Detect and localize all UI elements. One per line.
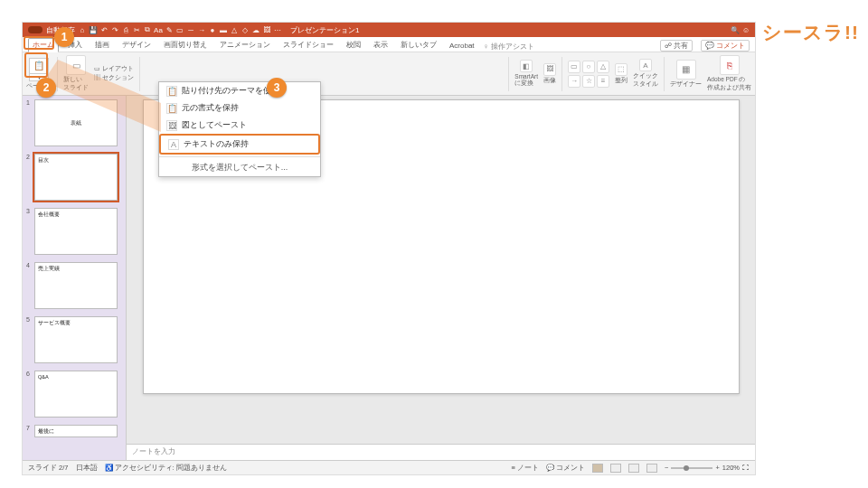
- thumb-2[interactable]: 目次: [34, 154, 118, 201]
- image-button[interactable]: 🖼 画像: [543, 63, 556, 85]
- badge-1: 1: [54, 27, 74, 47]
- brush-icon[interactable]: ✎: [165, 26, 173, 33]
- zoom-control[interactable]: − + 120% ⛶: [665, 464, 750, 472]
- copy-icon[interactable]: ⧉: [144, 26, 151, 33]
- ribbon-tabs: ホーム 挿入 描画 デザイン 画面切り替え アニメーション スライドショー 校閲…: [23, 37, 755, 52]
- smile-icon[interactable]: ☺: [742, 26, 750, 33]
- slide-indicator: スライド 2/7: [28, 464, 69, 473]
- clipboard-icon: 📋: [166, 86, 177, 97]
- reading-view-icon[interactable]: [628, 464, 639, 473]
- zoom-level[interactable]: 120%: [722, 464, 740, 472]
- arrange-button[interactable]: ⬚ 整列: [615, 63, 627, 85]
- thumb-num: 4: [26, 262, 32, 309]
- notes-pane[interactable]: ノートを入力: [127, 444, 755, 460]
- zoom-in-icon[interactable]: +: [715, 464, 719, 472]
- newslide-icon: ▭: [66, 55, 86, 75]
- tab-transition[interactable]: 画面切り替え: [160, 39, 211, 52]
- paste-use-dest-theme[interactable]: 📋貼り付け先のテーマを使用: [159, 82, 320, 99]
- adobe-icon: ⎘: [720, 55, 740, 75]
- paste-special[interactable]: 形式を選択してペースト...: [159, 159, 320, 176]
- autosave-toggle[interactable]: [28, 26, 42, 33]
- slide-thumbnails: 1表紙 2目次 3会社概要 4売上実績 5サービス概要 6Q&A 7最後に: [23, 96, 127, 460]
- line-icon[interactable]: ─: [187, 26, 194, 33]
- thumb-num: 5: [26, 316, 32, 363]
- tab-acrobat[interactable]: Acrobat: [446, 41, 478, 52]
- cut-icon[interactable]: ✂: [133, 26, 140, 33]
- slideshow-view-icon[interactable]: [646, 464, 657, 473]
- circle-icon[interactable]: ●: [209, 26, 216, 33]
- paste-keep-source[interactable]: 📋元の書式を保持: [159, 99, 320, 117]
- arrange-icon: ⬚: [615, 63, 627, 76]
- tell-me[interactable]: ♀ 操作アシスト: [484, 42, 534, 52]
- tab-animation[interactable]: アニメーション: [216, 39, 274, 52]
- home-icon[interactable]: ⌂: [79, 26, 86, 33]
- search-icon[interactable]: 🔍: [731, 26, 739, 33]
- sorter-view-icon[interactable]: [610, 464, 621, 473]
- tri-icon[interactable]: △: [231, 26, 238, 33]
- thumb-1[interactable]: 表紙: [34, 99, 118, 146]
- thumb-7[interactable]: 最後に: [34, 425, 118, 437]
- more-icon[interactable]: ⋯: [274, 26, 281, 33]
- newslide-label: 新しい スライド: [63, 76, 89, 92]
- arrow-icon[interactable]: →: [198, 26, 205, 33]
- quickstyle-icon: A: [639, 59, 652, 71]
- share-button[interactable]: ☍ 共有: [660, 40, 693, 52]
- smartart-button[interactable]: ◧ SmartArt に変換: [514, 60, 538, 88]
- thumb-4[interactable]: 売上実績: [34, 262, 118, 309]
- dia-icon[interactable]: ◇: [241, 26, 249, 33]
- thumb-num: 1: [26, 99, 32, 146]
- brand-logo: シースラ!!: [762, 20, 859, 45]
- tab-view[interactable]: 表示: [370, 39, 392, 52]
- pic-icon[interactable]: 🖼: [263, 26, 270, 33]
- fmt-icon[interactable]: Aa: [155, 26, 162, 33]
- tab-review[interactable]: 校閲: [343, 39, 364, 52]
- thumb-num: 3: [26, 208, 32, 255]
- layout-button[interactable]: ▭ レイアウト: [94, 65, 134, 73]
- quickstyle-button[interactable]: A クイック スタイル: [633, 59, 658, 89]
- thumb-5[interactable]: サービス概要: [34, 316, 118, 363]
- smartart-icon: ◧: [520, 60, 533, 72]
- powerpoint-window: 自動保存 ⌂ 💾 ↶ ↷ ⎙ ✂ ⧉ Aa ✎ ▭ ─ → ● ▬ △ ◇ ☁ …: [22, 22, 756, 475]
- adobe-button[interactable]: ⎘ Adobe PDF の 作成および共有: [707, 55, 751, 92]
- accessibility-status[interactable]: ♿ アクセシビリティ: 問題ありません: [105, 464, 227, 473]
- quick-access-toolbar: 自動保存 ⌂ 💾 ↶ ↷ ⎙ ✂ ⧉ Aa ✎ ▭ ─ → ● ▬ △ ◇ ☁ …: [23, 23, 755, 37]
- redo-icon[interactable]: ↷: [111, 26, 118, 33]
- save-icon[interactable]: 💾: [90, 26, 97, 33]
- zoom-out-icon[interactable]: −: [665, 464, 668, 472]
- thumb-6[interactable]: Q&A: [34, 371, 118, 418]
- designer-icon: ▦: [676, 60, 696, 80]
- paste-text-only[interactable]: Aテキストのみ保持: [159, 134, 320, 155]
- tab-draw[interactable]: 描画: [91, 39, 113, 52]
- comments-button[interactable]: 💬 コメント: [546, 464, 585, 473]
- language-indicator[interactable]: 日本語: [76, 464, 98, 473]
- section-button[interactable]: ▥ セクション: [94, 74, 134, 82]
- cloud-icon[interactable]: ☁: [252, 26, 259, 33]
- clipboard-icon: 📋: [166, 103, 177, 114]
- workspace: 1表紙 2目次 3会社概要 4売上実績 5サービス概要 6Q&A 7最後に 目次…: [23, 96, 755, 460]
- status-bar: スライド 2/7 日本語 ♿ アクセシビリティ: 問題ありません ≡ ノート 💬…: [23, 460, 755, 474]
- print-icon[interactable]: ⎙: [122, 26, 129, 33]
- normal-view-icon[interactable]: [592, 464, 603, 473]
- designer-button[interactable]: ▦ デザイナー: [670, 60, 702, 89]
- ribbon: 📋 ▾ ペースト ▭ 新しい スライド ▭ レイアウト ▥ セクション ◧ Sm…: [23, 52, 755, 96]
- shapes-gallery[interactable]: ▭○△ →☆≡: [568, 61, 609, 88]
- thumb-3[interactable]: 会社概要: [34, 208, 118, 255]
- ruler-icon[interactable]: ▭: [176, 26, 184, 33]
- comments-button[interactable]: 💬 コメント: [701, 40, 750, 52]
- tab-newtab[interactable]: 新しいタブ: [397, 39, 440, 52]
- rect-icon[interactable]: ▬: [220, 26, 227, 33]
- thumb-num: 7: [26, 425, 32, 437]
- undo-icon[interactable]: ↶: [100, 26, 108, 33]
- newslide-group[interactable]: ▭ 新しい スライド: [63, 55, 89, 92]
- document-title: プレゼンテーション1: [290, 25, 359, 35]
- thumb-num: 2: [26, 154, 32, 201]
- text-icon: A: [168, 139, 179, 150]
- badge-3: 3: [267, 78, 287, 98]
- notes-button[interactable]: ≡ ノート: [511, 464, 538, 473]
- badge-2: 2: [36, 78, 56, 98]
- paste-as-picture[interactable]: 🖼図としてペースト: [159, 117, 320, 134]
- fit-icon[interactable]: ⛶: [742, 464, 750, 472]
- tab-design[interactable]: デザイン: [118, 39, 155, 52]
- tab-slideshow[interactable]: スライドショー: [279, 39, 337, 52]
- paste-options-dropdown: 📋貼り付け先のテーマを使用 📋元の書式を保持 🖼図としてペースト Aテキストのみ…: [158, 81, 321, 177]
